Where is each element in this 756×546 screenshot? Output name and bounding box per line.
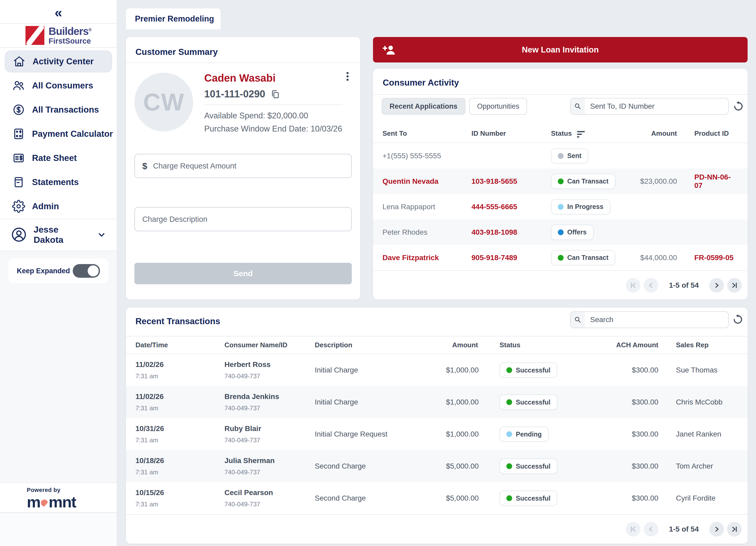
charge-amount-field-wrap: $ [134, 154, 352, 178]
sales-rep-cell: Cyril Fordite [658, 494, 738, 502]
sidebar-item-rate-sheet[interactable]: Rate Sheet [5, 147, 112, 169]
col-status: Status [478, 341, 605, 349]
last-page-button[interactable] [727, 522, 742, 537]
transaction-row[interactable]: 10/31/267:31 am Ruby Blair740-049-737 In… [126, 418, 748, 450]
sent-to-cell: Lena Rappaport [382, 203, 471, 211]
refresh-icon[interactable] [733, 101, 744, 112]
status-dot [506, 495, 512, 501]
copy-icon[interactable] [270, 89, 280, 99]
consumer-activity-search-input[interactable] [585, 98, 728, 114]
consumer-activity-title: Consumer Activity [383, 78, 459, 88]
customer-summary-card: Customer Summary CW Caden Wasabi 101-111… [126, 37, 360, 300]
send-button[interactable]: Send [134, 263, 352, 284]
keep-expanded-label: Keep Expanded [17, 267, 70, 275]
sidebar-item-all-transactions[interactable]: All Transactions [5, 99, 112, 121]
sales-rep-cell: Chris McCobb [658, 398, 738, 406]
consumer-activity-row[interactable]: Peter Rhodes 403-918-1098 Offers [373, 219, 748, 245]
search-icon [571, 98, 585, 114]
consumer-activity-row[interactable]: Dave Fitzpatrick 905-918-7489 Can Transa… [373, 245, 748, 270]
divider [0, 23, 117, 24]
brand-line1: Builders® [49, 26, 91, 36]
last-page-button[interactable] [727, 278, 742, 293]
transaction-row[interactable]: 11/02/267:31 am Herbert Ross740-049-737 … [126, 354, 748, 386]
kebab-menu-icon[interactable] [342, 71, 353, 82]
sidebar-item-admin[interactable]: Admin [5, 195, 112, 217]
powered-by-momnt: Powered by mmnt [0, 482, 117, 513]
chevron-down-icon[interactable] [97, 230, 106, 239]
builders-firstsource-logo: Builders® FirstSource [0, 24, 117, 47]
sales-rep-cell: Janet Ranken [658, 430, 738, 438]
status-badge: In Progress [551, 199, 610, 214]
builders-logo-mark [25, 26, 44, 45]
amount-cell: $23,000.00 [638, 177, 677, 186]
id-number-cell: 444-555-6665 [471, 203, 551, 211]
consumer-activity-row[interactable]: Quentin Nevada 103-918-5655 Can Transact… [373, 169, 748, 194]
consumer-activity-header-row: Sent To ID Number Status Amount Product … [373, 124, 748, 143]
customer-phone: 101-111-0290 [204, 88, 265, 100]
prev-page-button[interactable] [644, 278, 658, 293]
ach-amount-cell: $300.00 [605, 430, 658, 438]
col-status: Status [551, 129, 572, 138]
keep-expanded-toggle[interactable] [73, 264, 100, 278]
amount-cell: $5,000.00 [446, 494, 478, 502]
consumer-cell: Cecil Pearson740-049-737 [224, 489, 315, 508]
sent-to-cell: Quentin Nevada [382, 177, 471, 186]
status-dot [506, 463, 512, 469]
sidebar-item-all-consumers[interactable]: All Consumers [5, 75, 112, 97]
sidebar-bottom: « [0, 513, 117, 546]
sidebar-item-statements[interactable]: Statements [5, 171, 112, 193]
refresh-icon[interactable] [732, 314, 743, 325]
ach-amount-cell: $300.00 [605, 494, 658, 502]
tab-opportunities[interactable]: Opportunities [469, 98, 527, 115]
col-description: Description [315, 341, 446, 349]
date-time-cell: 10/18/267:31 am [135, 456, 224, 476]
filter-icon[interactable] [577, 129, 585, 138]
user-menu[interactable]: Jesse Dakota [0, 223, 117, 247]
first-page-button[interactable] [626, 522, 641, 537]
consumer-activity-row[interactable]: Lena Rappaport 444-555-6665 In Progress [373, 194, 748, 219]
sidebar-item-payment-calculator[interactable]: Payment Calculator [5, 123, 112, 145]
transaction-row[interactable]: 10/18/267:31 am Julia Sherman740-049-737… [126, 450, 748, 482]
status-cell: Can Transact [551, 174, 638, 189]
status-badge: Successful [500, 363, 557, 378]
customer-name[interactable]: Caden Wasabi [204, 72, 276, 84]
sidebar-item-label: All Transactions [32, 105, 99, 115]
status-dot [558, 204, 564, 210]
prev-page-button[interactable] [644, 522, 658, 537]
amount-cell: $44,000.00 [638, 254, 677, 262]
sidebar-item-label: Statements [32, 177, 79, 187]
first-page-button[interactable] [626, 278, 641, 293]
new-loan-invitation-button[interactable]: New Loan Invitation [373, 37, 748, 62]
merchant-tab[interactable]: Premier Remodeling [126, 8, 221, 29]
keep-expanded-card: Keep Expanded [8, 259, 108, 283]
sidebar-item-activity-center[interactable]: Activity Center [5, 50, 112, 72]
sidebar-footer-area: Keep Expanded [0, 251, 117, 482]
charge-description-input[interactable] [135, 208, 351, 231]
charge-amount-input[interactable] [147, 154, 351, 177]
status-cell: Sent [551, 148, 638, 164]
page-range-label: 1-5 of 54 [669, 281, 699, 290]
col-id-number: ID Number [471, 129, 551, 138]
transaction-row[interactable]: 11/02/267:31 am Brenda Jenkins740-049-73… [126, 386, 748, 418]
transaction-row[interactable]: 10/15/267:31 am Cecil Pearson740-049-737… [126, 482, 748, 514]
divider [204, 104, 343, 105]
status-cell: Successful [478, 395, 605, 410]
description-cell: Initial Charge [315, 398, 446, 406]
date-time-cell: 10/15/267:31 am [135, 489, 224, 508]
next-page-button[interactable] [709, 522, 724, 537]
recent-transactions-search-input[interactable] [585, 312, 728, 328]
powered-by-label: Powered by [27, 487, 117, 493]
divider [0, 47, 117, 48]
col-sent-to: Sent To [382, 129, 471, 138]
col-ach-amount: ACH Amount [605, 341, 658, 349]
id-number-cell: 905-918-7489 [471, 254, 551, 262]
sidebar-item-label: Admin [32, 201, 59, 211]
sidebar-collapse-icon[interactable]: « [0, 6, 117, 19]
ach-amount-cell: $300.00 [605, 366, 658, 374]
next-page-button[interactable] [709, 278, 724, 293]
description-cell: Second Charge [315, 462, 446, 470]
tab-recent-applications[interactable]: Recent Applications [382, 98, 465, 115]
momnt-logo: mmnt [27, 493, 117, 511]
status-dot [558, 153, 564, 159]
consumer-activity-row[interactable]: +1(555) 555-5555 Sent [373, 143, 748, 169]
